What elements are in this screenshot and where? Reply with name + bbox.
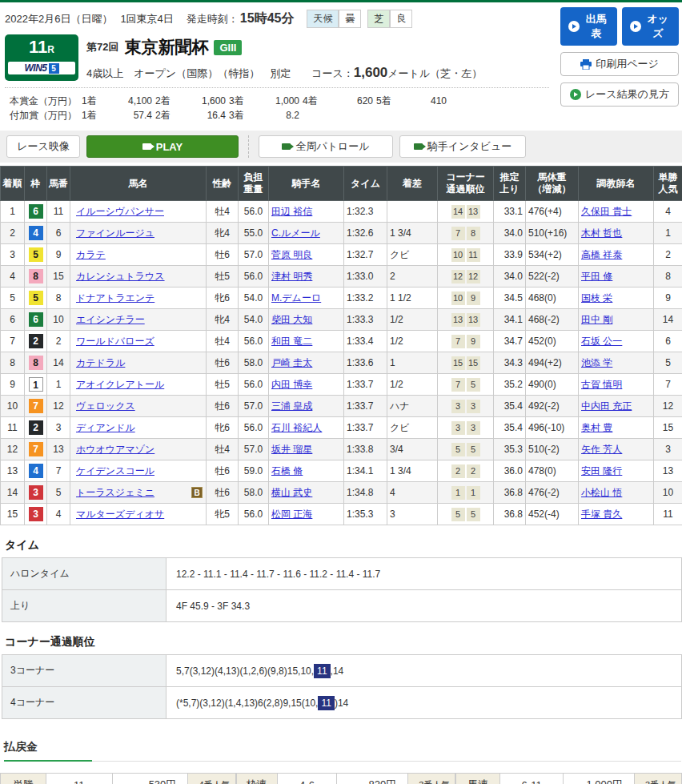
last-3f: 34.0 [494,223,526,244]
results-table: 着順枠馬番馬名性齢負担 重量騎手名タイム着差コーナー 通過順位推定 上り馬体重 … [0,166,682,525]
race-conditions: 4歳以上 オープン（国際）（特指） 別定 コース：1,600メートル（芝・左） [86,65,482,81]
prize-value: 1,000 [256,94,303,108]
jockey-link[interactable]: 和田 竜二 [271,336,312,347]
race-title-block: 11R WIN5 5 第72回 東京新聞杯 GIII 4歳以上 オープン（国際）… [5,33,549,88]
trainer-link[interactable]: 田中 剛 [581,314,612,325]
horse-name-cell: エイシンチラー [70,309,207,331]
last-3f: 34.7 [494,331,526,352]
load-weight: 56.0 [239,201,269,223]
horse-name-link[interactable]: マルターズディオサ [76,509,164,520]
trainer-link[interactable]: 高橋 祥泰 [581,249,622,260]
play-button[interactable]: PLAY [86,135,239,158]
trainer-link[interactable]: 平田 修 [581,271,612,282]
margin: 4 [387,482,438,504]
jockey-link[interactable]: 坂井 瑠星 [271,444,312,455]
time-row-label: 上り [2,590,166,622]
prize-value: 410 [403,94,450,108]
trainer-link[interactable]: 木村 哲也 [581,227,622,239]
trainer-link[interactable]: 小桧山 悟 [581,487,622,498]
trainer-link[interactable]: 石坂 公一 [581,336,622,347]
horse-name-link[interactable]: ヴェロックス [76,400,135,412]
corner-row-value: 5,7(3,12)(4,13)(1,2,6)(9,8)15,10,11,14 [166,655,682,687]
jockey-link[interactable]: C.ルメール [271,227,320,239]
waku-cell: 3 [25,482,47,504]
column-header: 負担 重量 [239,167,269,201]
trainer-cell: 小桧山 悟 [579,482,654,504]
jockey-link[interactable]: 三浦 皇成 [271,400,312,412]
jockey-link[interactable]: 内田 博幸 [271,379,312,390]
result-row: 4815カレンシュトラウス牡556.0津村 明秀1:33.02121234.05… [1,266,682,287]
waku-cell: 5 [25,287,47,309]
corner-section-title: コーナー通過順位 [5,635,681,649]
race-distance: 1,600 [354,65,388,80]
horse-name-link[interactable]: ホウオウアマゾン [76,444,154,455]
entry-table-button[interactable]: 出馬表 [560,7,617,46]
trainer-link[interactable]: 古賀 慎明 [581,379,622,390]
horse-name-link[interactable]: ケイデンスコール [76,465,154,476]
result-row: 722ワールドバローズ牡456.0和田 竜二1:33.41/27934.7452… [1,331,682,352]
print-page-button[interactable]: 印刷用ページ [560,52,679,76]
jockey-link[interactable]: 石橋 脩 [271,465,303,476]
sex-age: 牡4 [207,331,239,352]
jockey-link[interactable]: 石川 裕紀人 [271,422,322,433]
horse-name-link[interactable]: アオイクレアトール [76,379,164,390]
race-date: 2022年2月6日（日曜） [5,12,112,26]
horse-name-link[interactable]: エイシンチラー [76,314,145,325]
trainer-cell: 奥村 豊 [579,417,654,439]
payout-amount: 1,000円 [563,774,634,784]
trainer-link[interactable]: 安田 隆行 [581,465,622,476]
waku-badge: 8 [29,269,43,283]
finish-time: 1:33.7 [344,396,387,417]
jockey-link[interactable]: 柴田 大知 [271,314,312,325]
jockey-link[interactable]: 戸崎 圭太 [271,357,312,368]
horse-name-link[interactable]: トーラスジェミニ [76,487,154,498]
result-guide-button[interactable]: レース結果の見方 [560,82,679,107]
waku-cell: 4 [25,460,47,482]
last-3f: 36.0 [494,460,526,482]
prize-place: 2着 [155,94,183,108]
finish-position: 14 [1,482,25,504]
corner-order-box: 5 [451,508,465,521]
body-weight: 452(0) [526,331,579,352]
waku-badge: 7 [29,442,43,456]
prize-place: 2着 [155,108,183,123]
jockey-link[interactable]: 津村 明秀 [271,271,312,282]
race-number: 11 [29,37,47,57]
trainer-link[interactable]: 国枝 栄 [581,292,612,304]
load-weight: 58.0 [239,352,269,374]
meeting-day: 1回東京4日 [120,12,173,26]
sex-age: 牝6 [207,287,239,309]
horse-number: 5 [47,482,70,504]
corner-order-box: 3 [467,421,480,435]
horse-name-link[interactable]: カレンシュトラウス [76,271,165,282]
corner-order-box: 5 [467,378,480,392]
jockey-link[interactable]: 松岡 正海 [271,509,312,520]
horse-name-link[interactable]: ディアンドル [76,422,135,433]
jockey-link[interactable]: 横山 武史 [271,487,312,498]
jockey-link[interactable]: 田辺 裕信 [271,206,312,217]
horse-name-link[interactable]: カラテ [76,249,106,260]
body-weight: 522(-2) [526,266,579,287]
column-header: 性齢 [207,167,239,201]
trainer-link[interactable]: 奥村 豊 [581,422,612,433]
odds-button[interactable]: オッズ [622,7,679,46]
trainer-link[interactable]: 手塚 貴久 [581,509,622,520]
trainer-link[interactable]: 矢作 芳人 [581,444,622,455]
jockey-link[interactable]: M.デムーロ [271,292,321,304]
patrol-video-button[interactable]: 全周パトロール [259,135,393,158]
trainer-link[interactable]: 久保田 貴士 [581,206,632,217]
trainer-link[interactable]: 中内田 充正 [581,400,632,412]
horse-name-link[interactable]: ファインルージュ [76,227,154,239]
finish-position: 9 [1,374,25,396]
jockey-interview-button[interactable]: 騎手インタビュー [399,135,526,158]
horse-name-link[interactable]: ワールドバローズ [76,336,154,347]
result-row: 359カラテ牡657.0菅原 明良1:32.7クビ101133.9534(+2)… [1,244,682,266]
horse-name-link[interactable]: ドナアトラエンテ [76,292,154,304]
result-row: 12713ホウオウアマゾン牡457.0坂井 瑠星1:33.83/45535.35… [1,439,682,460]
horse-name-link[interactable]: イルーシヴパンサー [76,206,164,217]
horse-name-link[interactable]: カテドラル [76,357,125,368]
trainer-link[interactable]: 池添 学 [581,357,612,368]
jockey-link[interactable]: 菅原 明良 [271,249,312,260]
waku-cell: 6 [25,201,47,223]
bet-combination: 4-6 [277,774,337,784]
